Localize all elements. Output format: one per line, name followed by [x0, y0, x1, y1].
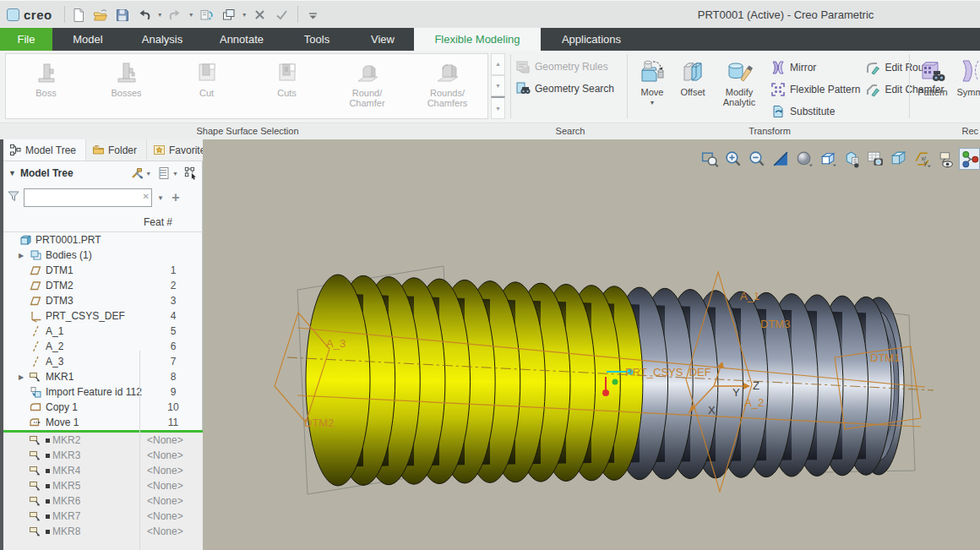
expand-toggle[interactable]: ▶	[19, 373, 29, 381]
accept-button[interactable]	[272, 4, 292, 25]
symmetry-button[interactable]: Symm	[951, 53, 980, 97]
tree-row[interactable]: Copy 110	[3, 400, 203, 415]
group-overflow-button[interactable]: ▼	[491, 96, 505, 119]
tree-filters-button[interactable]: ▼	[155, 166, 180, 181]
offset-button[interactable]: Offset	[672, 53, 713, 123]
tab-folder-browser[interactable]: Folder	[86, 139, 147, 161]
annotation-display-button[interactable]	[935, 148, 956, 170]
tree-row[interactable]: A_15	[3, 324, 203, 339]
save-icon	[115, 8, 129, 22]
tree-row[interactable]: MKR3<None>	[3, 448, 203, 463]
tab-flexible-modeling[interactable]: Flexible Modeling	[414, 28, 541, 51]
section-view-button[interactable]	[888, 148, 909, 170]
chevron-down-icon[interactable]: ▼	[241, 12, 248, 18]
repaint-button[interactable]	[770, 148, 791, 170]
zoom-out-button[interactable]	[746, 148, 767, 170]
tree-row[interactable]: DTM22	[3, 278, 203, 293]
display-style-button[interactable]	[793, 148, 814, 170]
rounds-chamfers-button: Rounds/ Chamfers	[407, 54, 487, 118]
tree-settings-button[interactable]	[182, 166, 199, 181]
chevron-down-icon[interactable]: ▼	[156, 12, 164, 18]
capture-button[interactable]	[864, 148, 885, 170]
datum-display-button[interactable]: x/y	[912, 148, 933, 170]
tree-row[interactable]: A_26	[3, 339, 203, 354]
redo-button[interactable]	[166, 4, 186, 25]
refit-button[interactable]	[699, 148, 720, 170]
chevron-down-icon[interactable]: ▼	[188, 12, 195, 18]
new-file-button[interactable]	[68, 4, 89, 25]
tree-row[interactable]: DTM11	[3, 263, 203, 278]
feat-number: 10	[144, 401, 203, 413]
tab-model[interactable]: Model	[52, 28, 123, 51]
scroll-up-button[interactable]: ▲	[491, 53, 505, 75]
tab-analysis[interactable]: Analysis	[123, 28, 201, 51]
saved-orientations-button[interactable]	[817, 148, 838, 170]
tree-row[interactable]: MKR4<None>	[3, 463, 203, 478]
flexible-pattern-label: Flexible Pattern	[790, 84, 860, 95]
undo-icon	[137, 8, 151, 22]
filter-dropdown-caret[interactable]: ▼	[155, 194, 166, 202]
close-button[interactable]	[250, 4, 270, 25]
bosses-icon	[112, 58, 141, 87]
tab-file[interactable]: File	[0, 28, 52, 51]
pattern-button[interactable]: Pattern	[914, 53, 951, 97]
tree-row[interactable]: DTM33	[3, 293, 203, 308]
tab-favorites[interactable]: Favorites	[147, 139, 203, 161]
zoom-in-button[interactable]	[722, 148, 743, 170]
save-button[interactable]	[112, 4, 133, 25]
collapse-triangle-icon[interactable]: ▼	[8, 169, 16, 177]
ribbon-group-labels: Shape Surface Selection Search Transform…	[0, 123, 980, 139]
feat-number: <None>	[144, 480, 203, 492]
tree-filter-input[interactable]	[24, 188, 152, 207]
move-dropdown-caret[interactable]: ▼	[650, 98, 656, 108]
flexible-pattern-button[interactable]: Flexible Pattern	[770, 79, 860, 101]
tab-applications[interactable]: Applications	[541, 28, 642, 51]
tree-tools-button[interactable]: ▼	[128, 166, 153, 181]
mirror-button[interactable]: Mirror	[770, 57, 860, 79]
quick-access-toolbar: ▼▼▼	[68, 4, 324, 25]
customize-button[interactable]	[303, 4, 324, 25]
folder-tab-label: Folder	[108, 144, 137, 156]
3d-model-canvas[interactable]: DTM2A_3A_1DTM3PRT_CSYS_DEFA_2DTM1XYZ	[203, 139, 980, 550]
tree-row[interactable]: PRT_CSYS_DEF4	[3, 308, 203, 324]
substitute-button[interactable]: Substitute	[770, 101, 860, 123]
regenerate-button[interactable]	[197, 4, 217, 25]
symmetry-icon	[956, 57, 980, 86]
tab-view[interactable]: View	[351, 28, 414, 51]
feat-number: 1	[144, 264, 203, 276]
tree-item-label: MKR7	[52, 510, 80, 522]
window-switch-button[interactable]	[219, 4, 239, 25]
add-filter-button[interactable]: +	[169, 190, 182, 205]
tree-row[interactable]: MKR7<None>	[3, 509, 203, 524]
zoom-out-icon	[748, 150, 766, 168]
tree-row[interactable]: PRT0001.PRT	[3, 232, 203, 248]
tree-row[interactable]: MKR8<None>	[3, 524, 203, 539]
tree-row[interactable]: Move 111	[3, 415, 203, 430]
move-button[interactable]: Move ▼	[632, 53, 672, 123]
modify-analytic-button[interactable]: Modify Analytic	[713, 53, 765, 123]
pending-marker-icon	[46, 499, 50, 504]
tab-model-tree[interactable]: Model Tree	[3, 139, 86, 161]
tab-tools[interactable]: Tools	[282, 28, 351, 51]
tree-row[interactable]: A_37	[3, 354, 203, 369]
tree-row[interactable]: Import Feature id 1129	[3, 384, 203, 400]
clear-filter-icon[interactable]: ✕	[143, 192, 150, 201]
tree-row[interactable]: MKR5<None>	[3, 478, 203, 493]
graphics-viewport[interactable]: DTM2A_3A_1DTM3PRT_CSYS_DEFA_2DTM1XYZ x/y	[203, 139, 980, 550]
section-view-icon	[890, 150, 908, 168]
tree-row[interactable]: ▶MKR18	[3, 369, 203, 384]
open-button[interactable]	[90, 4, 111, 25]
spin-center-button[interactable]	[959, 148, 980, 170]
view-manager-button[interactable]	[841, 148, 862, 170]
tree-row[interactable]: MKR2<None>	[3, 433, 203, 448]
tree-item-label: DTM1	[46, 264, 74, 276]
scroll-down-button[interactable]: ▼	[491, 75, 505, 97]
tab-annotate[interactable]: Annotate	[201, 28, 282, 51]
mkr-feature-icon	[29, 449, 42, 462]
expand-toggle[interactable]: ▶	[19, 252, 29, 259]
undo-button[interactable]	[134, 4, 155, 25]
geometry-search-button[interactable]: Geometry Search	[515, 78, 614, 100]
tree-row[interactable]: MKR6<None>	[3, 493, 203, 509]
tree-row[interactable]: ▶Bodies (1)	[3, 248, 203, 263]
open-icon	[93, 8, 107, 22]
